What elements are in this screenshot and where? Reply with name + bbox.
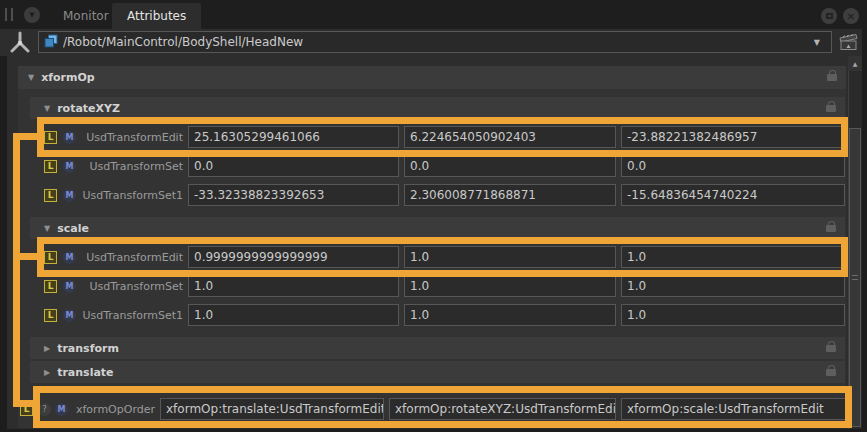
row-label: UsdTransformSet1 (76, 189, 188, 202)
value-field-z[interactable]: 1.0 (621, 304, 845, 326)
motion-badge-icon: M (63, 131, 76, 144)
motion-badge-icon: M (63, 189, 76, 202)
lock-icon[interactable] (826, 225, 836, 232)
value-field-y[interactable]: 0.0 (404, 155, 616, 177)
group-label: scale (57, 222, 89, 235)
question-badge-icon: ? (38, 403, 51, 416)
value-field-z[interactable]: -23.88221382486957 (621, 126, 845, 148)
row-label: UsdTransformSet1 (76, 309, 188, 322)
chevron-right-icon: ▶ (44, 344, 50, 353)
value-field-y[interactable]: 1.0 (404, 304, 616, 326)
scenegraph-path-text: /Robot/MainControl/BodyShell/HeadNew (63, 35, 808, 49)
chevron-down-icon: ▼ (44, 104, 50, 113)
row-label: xformOpOrder (68, 403, 160, 416)
row-scale-usdtransformset: L M UsdTransformSet 1.0 1.0 1.0 (30, 275, 845, 297)
scrollbar-thumb[interactable] (849, 128, 861, 427)
chevron-down-icon: ▼ (29, 11, 34, 19)
group-header-rotatexyz[interactable]: ▼ rotateXYZ (30, 97, 845, 119)
row-label: UsdTransformSet (76, 160, 188, 173)
motion-badge-icon: M (63, 251, 76, 264)
attributes-panel-window: ▼ Monitor Attributes ✕ / (0, 0, 867, 432)
scroll-up-button[interactable]: ▲ (848, 56, 862, 71)
value-field-x[interactable]: 1.0 (188, 275, 399, 297)
row-label: UsdTransformEdit (76, 251, 188, 264)
group-label: rotateXYZ (57, 102, 120, 115)
scrollbar-grip-icon (852, 275, 858, 280)
chevron-right-icon: ▶ (44, 368, 50, 377)
value-field-x[interactable]: 0.9999999999999999 (188, 246, 399, 268)
lock-icon[interactable] (826, 369, 836, 376)
group-label: translate (57, 366, 113, 379)
group-header-scale[interactable]: ▼ scale (30, 217, 845, 239)
value-field-y[interactable]: 2.306008771868871 (404, 184, 616, 206)
arrow-up-icon: ▲ (853, 60, 858, 67)
row-rotatexyz-usdtransformset1: L M UsdTransformSet1 -33.32338823392653 … (30, 184, 845, 206)
value-field-z[interactable]: 1.0 (621, 246, 845, 268)
value-field-x[interactable]: 1.0 (188, 304, 399, 326)
oporder-field-scale[interactable]: xformOp:scale:UsdTransformEdit (621, 398, 846, 420)
local-value-badge-icon: L (44, 189, 57, 202)
snapshot-clapper-button[interactable] (838, 33, 859, 55)
local-value-badge-icon: L (44, 160, 57, 173)
motion-badge-icon: M (63, 160, 76, 173)
value-field-z[interactable]: 0.0 (621, 155, 845, 177)
lock-icon[interactable] (826, 105, 836, 112)
motion-badge-icon: M (63, 309, 76, 322)
restore-icon (826, 13, 833, 19)
chevron-down-icon: ▼ (28, 73, 34, 82)
row-label: UsdTransformEdit (76, 131, 188, 144)
motion-badge-icon: M (63, 280, 76, 293)
tab-attributes[interactable]: Attributes (112, 3, 201, 29)
group-label: xformOp (41, 71, 95, 84)
motion-badge-icon: M (55, 403, 68, 416)
scenegraph-jack-icon (8, 31, 32, 57)
path-dropdown-icon[interactable]: ▼ (808, 38, 826, 47)
group-header-translate[interactable]: ▶ translate (30, 361, 845, 383)
value-field-y[interactable]: 1.0 (404, 246, 616, 268)
row-rotatexyz-usdtransformset: L M UsdTransformSet 0.0 0.0 0.0 (30, 155, 845, 177)
lock-icon[interactable] (827, 74, 837, 81)
chevron-down-icon: ▼ (44, 224, 50, 233)
value-field-z[interactable]: 1.0 (621, 275, 845, 297)
group-header-xformop[interactable]: ▼ xformOp (18, 66, 846, 89)
oporder-field-translate[interactable]: xformOp:translate:UsdTransformEdit (160, 398, 384, 420)
value-field-y[interactable]: 6.224654050902403 (404, 126, 616, 148)
oporder-field-rotate[interactable]: xformOp:rotateXYZ:UsdTransformEdit (389, 398, 616, 420)
group-header-transform[interactable]: ▶ transform (30, 337, 845, 359)
local-value-badge-icon: L (20, 403, 33, 416)
panel-drag-handle[interactable] (5, 8, 13, 21)
close-icon: ✕ (847, 11, 855, 22)
prim-cube-icon (44, 33, 58, 52)
restore-button[interactable] (821, 8, 837, 24)
row-label: UsdTransformSet (76, 280, 188, 293)
value-field-x[interactable]: 0.0 (188, 155, 399, 177)
close-button[interactable]: ✕ (843, 8, 859, 24)
value-field-z[interactable]: -15.64836454740224 (621, 184, 845, 206)
lock-icon[interactable] (826, 345, 836, 352)
row-rotatexyz-usdtransformedit: L M UsdTransformEdit 25.16305299461066 6… (30, 126, 845, 148)
local-value-badge-icon: L (44, 251, 57, 264)
value-field-x[interactable]: 25.16305299461066 (188, 126, 399, 148)
group-label: transform (57, 342, 119, 355)
row-scale-usdtransformset1: L M UsdTransformSet1 1.0 1.0 1.0 (30, 304, 845, 326)
tab-bar: ▼ Monitor Attributes ✕ (0, 0, 867, 29)
row-xformoporder: L ? M xformOpOrder xformOp:translate:Usd… (18, 398, 846, 420)
value-field-x[interactable]: -33.32338823392653 (188, 184, 399, 206)
value-field-y[interactable]: 1.0 (404, 275, 616, 297)
local-value-badge-icon: L (44, 280, 57, 293)
row-scale-usdtransformedit: L M UsdTransformEdit 0.9999999999999999 … (30, 246, 845, 268)
local-value-badge-icon: L (44, 131, 57, 144)
panel-menu-button[interactable]: ▼ (24, 7, 40, 23)
scenegraph-path-field[interactable]: /Robot/MainControl/BodyShell/HeadNew ▼ (38, 31, 832, 53)
local-value-badge-icon: L (44, 309, 57, 322)
panel-left-border (0, 56, 7, 429)
